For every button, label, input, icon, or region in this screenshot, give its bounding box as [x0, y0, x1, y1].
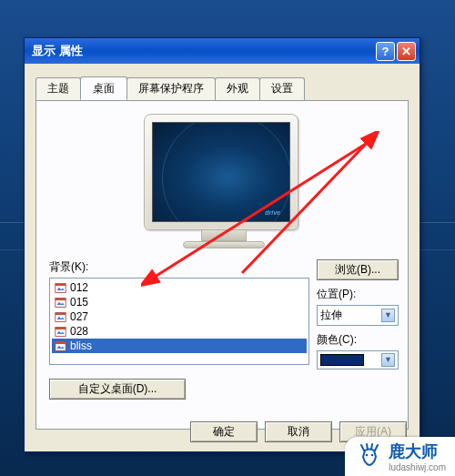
svg-point-13 — [371, 453, 374, 456]
image-file-icon — [54, 325, 66, 338]
background-list-item[interactable]: 015 — [52, 295, 307, 309]
position-select[interactable]: 拉伸 ▼ — [317, 305, 399, 326]
color-select[interactable]: ▼ — [317, 350, 399, 370]
background-section: 背景(K): 012015027028bliss 浏览(B)... 位置(P):… — [49, 259, 399, 370]
tab-desktop[interactable]: 桌面 — [80, 76, 127, 100]
svg-rect-7 — [55, 327, 65, 329]
background-list-item[interactable]: 028 — [52, 324, 307, 339]
background-list-item[interactable]: bliss — [52, 339, 307, 353]
background-item-label: 027 — [70, 310, 88, 323]
svg-rect-9 — [55, 341, 65, 343]
background-item-label: bliss — [70, 339, 92, 352]
chevron-down-icon: ▼ — [381, 353, 395, 367]
monitor-brand-label: drive — [265, 209, 280, 216]
tab-screensaver[interactable]: 屏幕保护程序 — [126, 77, 216, 101]
background-right: 浏览(B)... 位置(P): 拉伸 ▼ 颜色(C): ▼ — [317, 259, 399, 370]
help-button[interactable]: ? — [376, 42, 395, 61]
titlebar[interactable]: 显示 属性 ? ✕ — [25, 38, 420, 64]
monitor-preview: drive — [49, 114, 399, 250]
background-list-item[interactable]: 012 — [52, 280, 307, 295]
watermark: 鹿大师 ludashiwj.com — [345, 437, 455, 476]
image-file-icon — [54, 281, 66, 294]
monitor-stand — [201, 230, 247, 241]
background-left: 背景(K): 012015027028bliss — [49, 259, 309, 370]
close-button[interactable]: ✕ — [397, 42, 416, 61]
background-item-label: 028 — [70, 325, 88, 338]
watermark-text: 鹿大师 ludashiwj.com — [389, 441, 446, 472]
tab-appearance[interactable]: 外观 — [215, 77, 260, 101]
color-swatch — [320, 354, 364, 366]
monitor-screen: drive — [152, 122, 290, 222]
display-properties-dialog: 显示 属性 ? ✕ 主题 桌面 屏幕保护程序 外观 设置 drive — [24, 37, 420, 452]
tab-theme[interactable]: 主题 — [35, 77, 81, 101]
dialog-content: 主题 桌面 屏幕保护程序 外观 设置 drive — [25, 64, 420, 451]
browse-button[interactable]: 浏览(B)... — [317, 259, 399, 280]
position-value: 拉伸 — [320, 308, 342, 323]
svg-point-12 — [366, 453, 369, 456]
svg-rect-3 — [55, 298, 65, 299]
position-label: 位置(P): — [317, 287, 399, 302]
color-label: 颜色(C): — [317, 332, 399, 348]
custom-desktop-row: 自定义桌面(D)... — [49, 379, 399, 400]
monitor-frame: drive — [144, 114, 298, 230]
svg-rect-5 — [55, 312, 65, 314]
close-icon: ✕ — [401, 45, 411, 58]
ok-button[interactable]: 确定 — [190, 421, 258, 442]
background-item-label: 012 — [70, 281, 88, 294]
cancel-button[interactable]: 取消 — [265, 421, 332, 442]
watermark-title: 鹿大师 — [389, 441, 446, 462]
image-file-icon — [54, 339, 66, 352]
tab-panel-desktop: drive 背景(K): 012015027028bliss 浏览(B)... … — [35, 100, 409, 430]
image-file-icon — [54, 296, 66, 309]
background-list-item[interactable]: 027 — [52, 309, 307, 324]
monitor-base — [183, 241, 265, 248]
monitor-graphic: drive — [144, 114, 304, 250]
background-label: 背景(K): — [49, 259, 309, 275]
image-file-icon — [54, 310, 66, 323]
customize-desktop-button[interactable]: 自定义桌面(D)... — [49, 379, 186, 400]
chevron-down-icon: ▼ — [381, 309, 395, 322]
tab-strip: 主题 桌面 屏幕保护程序 外观 设置 — [35, 76, 409, 100]
watermark-sub: ludashiwj.com — [389, 462, 446, 472]
deer-icon — [356, 442, 383, 471]
question-icon: ? — [382, 45, 389, 58]
tab-settings[interactable]: 设置 — [259, 77, 305, 101]
titlebar-title: 显示 属性 — [32, 43, 374, 59]
svg-rect-1 — [55, 283, 65, 285]
background-list[interactable]: 012015027028bliss — [49, 278, 309, 365]
background-item-label: 015 — [70, 296, 88, 309]
